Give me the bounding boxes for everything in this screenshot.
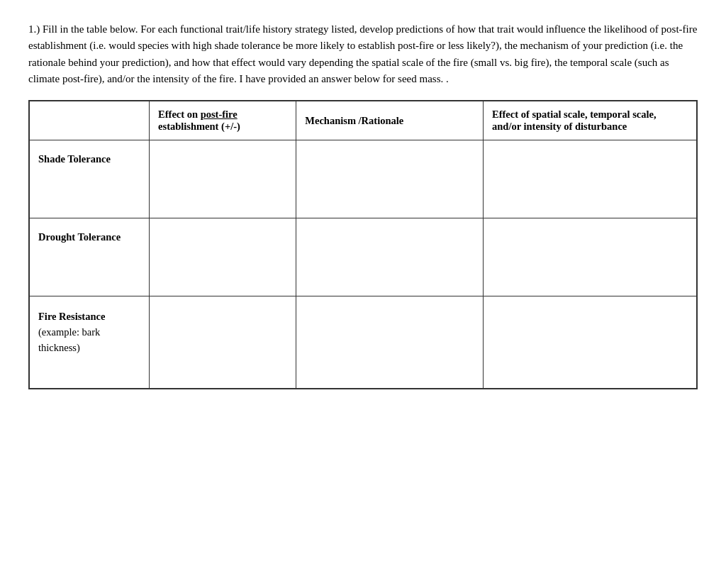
fire-effect-cell (150, 296, 296, 389)
table-row: Shade Tolerance (29, 140, 697, 218)
fire-mechanism-cell (296, 296, 484, 389)
shade-effect-cell (150, 140, 296, 218)
intro-paragraph: 1.) Fill in the table below. For each fu… (28, 21, 698, 87)
drought-mechanism-cell (296, 218, 484, 296)
col3-header: Mechanism /Rationale (296, 101, 484, 140)
shade-tolerance-cell: Shade Tolerance (29, 140, 150, 218)
fire-resistance-cell: Fire Resistance (example: bark thickness… (29, 296, 150, 389)
col2-header: Effect on post-fire establishment (+/-) (150, 101, 296, 140)
traits-table: Effect on post-fire establishment (+/-) … (28, 100, 698, 389)
col1-header (29, 101, 150, 140)
fire-scale-cell (484, 296, 697, 389)
shade-scale-cell (484, 140, 697, 218)
drought-tolerance-cell: Drought Tolerance (29, 218, 150, 296)
table-row: Fire Resistance (example: bark thickness… (29, 296, 697, 389)
col4-header: Effect of spatial scale, temporal scale,… (484, 101, 697, 140)
shade-mechanism-cell (296, 140, 484, 218)
drought-scale-cell (484, 218, 697, 296)
table-row: Drought Tolerance (29, 218, 697, 296)
drought-effect-cell (150, 218, 296, 296)
